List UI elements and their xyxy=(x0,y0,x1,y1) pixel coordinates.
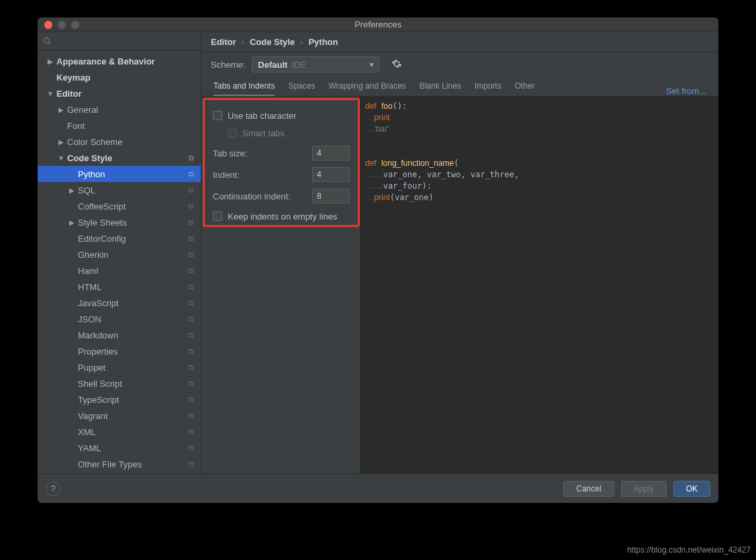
scheme-label: Scheme: xyxy=(211,60,245,70)
search-icon xyxy=(43,37,52,46)
sidebar-item-appearance-behavior[interactable]: ▶Appearance & Behavior xyxy=(38,53,201,69)
sidebar-item-puppet[interactable]: Puppet⧉ xyxy=(38,359,201,375)
scheme-value: Default xyxy=(258,60,287,70)
tab-blank-lines[interactable]: Blank Lines xyxy=(420,81,461,96)
cont-indent-label: Continuation indent: xyxy=(213,191,307,201)
sidebar-item-editor[interactable]: ▼Editor xyxy=(38,85,201,101)
sidebar-item-properties[interactable]: Properties⧉ xyxy=(38,343,201,359)
copy-icon: ⧉ xyxy=(189,283,194,291)
sidebar-item-python[interactable]: Python⧉ xyxy=(38,166,201,182)
search-input[interactable] xyxy=(38,32,201,50)
indent-input[interactable] xyxy=(312,167,350,182)
cont-indent-input[interactable] xyxy=(312,189,350,203)
gear-icon[interactable] xyxy=(391,58,402,71)
scheme-select[interactable]: Default IDE ▼ xyxy=(252,56,379,73)
copy-icon: ⧉ xyxy=(189,218,194,227)
sidebar-item-sql[interactable]: ▶SQL⧉ xyxy=(38,182,201,198)
scheme-hint: IDE xyxy=(291,60,306,70)
window-title: Preferences xyxy=(38,19,718,30)
smart-tabs-label: Smart tabs xyxy=(242,128,285,138)
tab-size-input[interactable] xyxy=(312,146,350,160)
settings-tree[interactable]: ▶Appearance & BehaviorKeymap▼Editor▶Gene… xyxy=(38,50,201,473)
tab-wrapping-and-braces[interactable]: Wrapping and Braces xyxy=(328,81,406,96)
sidebar-item-xml[interactable]: XML⧉ xyxy=(38,424,201,440)
copy-icon: ⧉ xyxy=(189,460,194,469)
sidebar-item-markdown[interactable]: Markdown⧉ xyxy=(38,327,201,343)
svg-point-0 xyxy=(44,38,50,43)
footer: ? Cancel Apply OK xyxy=(38,473,718,503)
keep-indents-checkbox[interactable] xyxy=(213,212,222,221)
sidebar-item-keymap[interactable]: Keymap xyxy=(38,69,201,85)
copy-icon: ⧉ xyxy=(189,412,194,420)
breadcrumb: Editor › Code Style › Python xyxy=(201,32,718,52)
use-tab-label: Use tab character xyxy=(228,111,297,121)
indent-settings: Use tab character Smart tabs Tab size: I… xyxy=(203,98,360,227)
indent-label: Indent: xyxy=(213,170,307,180)
chevron-right-icon: › xyxy=(242,37,244,47)
copy-icon: ⧉ xyxy=(189,331,194,340)
apply-button[interactable]: Apply xyxy=(621,481,667,497)
titlebar: Preferences xyxy=(38,17,718,32)
copy-icon: ⧉ xyxy=(189,347,194,356)
sidebar: ▶Appearance & BehaviorKeymap▼Editor▶Gene… xyxy=(38,32,201,473)
svg-line-1 xyxy=(48,42,50,44)
tab-spaces[interactable]: Spaces xyxy=(288,81,315,96)
sidebar-item-typescript[interactable]: TypeScript⧉ xyxy=(38,391,201,408)
scheme-row: Scheme: Default IDE ▼ xyxy=(201,52,718,77)
tab-other[interactable]: Other xyxy=(515,81,535,96)
sidebar-item-json[interactable]: JSON⧉ xyxy=(38,311,201,327)
watermark: https://blog.csdn.net/weixin_42427 xyxy=(627,545,751,555)
sidebar-item-coffeescript[interactable]: CoffeeScript⧉ xyxy=(38,198,201,214)
tab-size-label: Tab size: xyxy=(213,148,307,158)
sidebar-item-javascript[interactable]: JavaScript⧉ xyxy=(38,295,201,311)
sidebar-item-editorconfig[interactable]: EditorConfig⧉ xyxy=(38,230,201,246)
copy-icon: ⧉ xyxy=(189,202,194,211)
set-from-link[interactable]: Set from... xyxy=(666,86,706,96)
tab-tabs-and-indents[interactable]: Tabs and Indents xyxy=(214,81,275,96)
copy-icon: ⧉ xyxy=(189,363,194,372)
traffic-lights xyxy=(44,21,79,29)
chevron-down-icon: ▼ xyxy=(368,61,375,68)
sidebar-item-color-scheme[interactable]: ▶Color Scheme xyxy=(38,134,201,150)
sidebar-item-font[interactable]: Font xyxy=(38,118,201,134)
copy-icon: ⧉ xyxy=(189,186,194,195)
code-preview: def foo(): ....print ....'bar' def long_… xyxy=(360,97,718,473)
cancel-button[interactable]: Cancel xyxy=(563,481,614,497)
copy-icon: ⧉ xyxy=(189,154,194,162)
copy-icon: ⧉ xyxy=(189,428,194,436)
breadcrumb-editor: Editor xyxy=(211,37,236,47)
sidebar-item-general[interactable]: ▶General xyxy=(38,101,201,118)
use-tab-checkbox[interactable] xyxy=(213,111,222,120)
sidebar-item-style-sheets[interactable]: ▶Style Sheets⧉ xyxy=(38,214,201,230)
sidebar-item-yaml[interactable]: YAML⧉ xyxy=(38,440,201,456)
smart-tabs-checkbox xyxy=(228,128,237,138)
copy-icon: ⧉ xyxy=(189,379,194,388)
sidebar-item-code-style[interactable]: ▼Code Style⧉ xyxy=(38,150,201,166)
keep-indents-label: Keep indents on empty lines xyxy=(228,212,337,222)
maximize-icon[interactable] xyxy=(71,21,79,29)
sidebar-item-gherkin[interactable]: Gherkin⧉ xyxy=(38,246,201,263)
help-button[interactable]: ? xyxy=(46,481,60,496)
copy-icon: ⧉ xyxy=(189,250,194,259)
close-icon[interactable] xyxy=(44,21,52,29)
preferences-window: Preferences ▶Appearance & BehaviorKeymap… xyxy=(38,17,718,503)
sidebar-item-other-file-types[interactable]: Other File Types⧉ xyxy=(38,456,201,472)
copy-icon: ⧉ xyxy=(189,234,194,243)
breadcrumb-codestyle: Code Style xyxy=(250,37,295,47)
sidebar-item-shell-script[interactable]: Shell Script⧉ xyxy=(38,375,201,391)
copy-icon: ⧉ xyxy=(189,170,194,179)
tab-bar: Tabs and IndentsSpacesWrapping and Brace… xyxy=(201,77,718,97)
chevron-right-icon: › xyxy=(300,37,303,47)
ok-button[interactable]: OK xyxy=(673,481,710,497)
sidebar-item-html[interactable]: HTML⧉ xyxy=(38,279,201,295)
copy-icon: ⧉ xyxy=(189,267,194,275)
copy-icon: ⧉ xyxy=(189,444,194,453)
tab-imports[interactable]: Imports xyxy=(475,81,502,96)
minimize-icon[interactable] xyxy=(58,21,66,29)
sidebar-item-vagrant[interactable]: Vagrant⧉ xyxy=(38,408,201,424)
copy-icon: ⧉ xyxy=(189,395,194,404)
main-panel: Editor › Code Style › Python Scheme: Def… xyxy=(201,32,718,473)
copy-icon: ⧉ xyxy=(189,299,194,308)
sidebar-item-haml[interactable]: Haml⧉ xyxy=(38,263,201,279)
breadcrumb-python: Python xyxy=(308,37,338,47)
